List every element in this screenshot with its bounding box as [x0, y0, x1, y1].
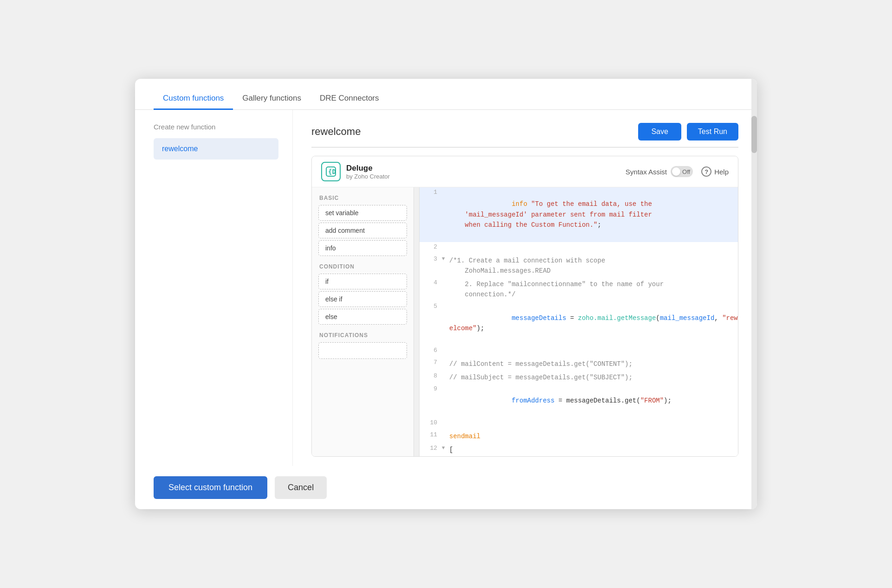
- syntax-assist-label: Syntax Assist: [626, 168, 667, 176]
- line-code-12: [: [449, 443, 738, 456]
- title-divider: [311, 147, 738, 147]
- deluge-logo: {D} Deluge by Zoho Creator: [321, 162, 390, 181]
- line-code-6: [449, 345, 738, 348]
- block-set-variable[interactable]: set variable: [318, 205, 407, 221]
- line-num-11: 11: [420, 430, 442, 440]
- code-line-2: 2: [420, 242, 738, 254]
- line-num-9: 9: [420, 384, 442, 394]
- line-arrow-8: [442, 371, 449, 373]
- syntax-assist-toggle[interactable]: Off: [671, 166, 693, 177]
- line-num-8: 8: [420, 371, 442, 381]
- code-line-11: 11 sendmail: [420, 430, 738, 443]
- line-code-10: [449, 418, 738, 421]
- content-area: rewelcome Save Test Run {D}: [293, 110, 757, 466]
- line-code-3: /*1. Create a mail connection with scope…: [449, 254, 738, 278]
- code-line-1: 1 info "To get the email data, use the '…: [420, 187, 738, 242]
- line-num-6: 6: [420, 345, 442, 355]
- line-code-5: messageDetails = zoho.mail.getMessage(ma…: [449, 301, 738, 346]
- cancel-button[interactable]: Cancel: [275, 476, 327, 499]
- notifications-label: NOTIFICATIONS: [312, 329, 414, 340]
- line-num-10: 10: [420, 418, 442, 428]
- block-info[interactable]: info: [318, 240, 407, 256]
- line-num-2: 2: [420, 242, 442, 252]
- code-area[interactable]: 1 info "To get the email data, use the '…: [420, 187, 738, 456]
- tab-custom-functions[interactable]: Custom functions: [154, 88, 233, 110]
- line-code-9: fromAddress = messageDetails.get("FROM")…: [449, 384, 738, 418]
- footer: Select custom function Cancel: [135, 466, 757, 509]
- line-arrow-3: ▼: [442, 254, 449, 262]
- line-code-4: 2. Replace "mailconnectionname" to the n…: [449, 278, 738, 301]
- scrollbar-thumb[interactable]: [751, 116, 757, 153]
- deluge-name: Deluge: [346, 164, 390, 173]
- toggle-off-label: Off: [682, 168, 690, 175]
- code-line-10: 10: [420, 418, 738, 430]
- help-label: Help: [714, 168, 729, 176]
- line-code-8: // mailSubject = messageDetails.get("SUB…: [449, 371, 738, 384]
- line-arrow-7: [442, 358, 449, 359]
- deluge-text: Deluge by Zoho Creator: [346, 164, 390, 180]
- code-line-12: 12 ▼ [: [420, 443, 738, 456]
- line-num-3: 3: [420, 254, 442, 264]
- line-arrow-5: [442, 301, 449, 303]
- tabs-bar: Custom functions Gallery functions DRE C…: [135, 79, 757, 110]
- editor-topbar: {D} Deluge by Zoho Creator Syntax Assist: [312, 156, 738, 187]
- block-add-comment[interactable]: add comment: [318, 223, 407, 238]
- line-arrow-1: [442, 187, 449, 189]
- syntax-assist: Syntax Assist Off: [626, 166, 693, 177]
- main-body: Create new function rewelcome rewelcome …: [135, 110, 757, 466]
- header-buttons: Save Test Run: [638, 123, 738, 141]
- select-custom-function-button[interactable]: Select custom function: [154, 476, 267, 499]
- line-arrow-4: [442, 278, 449, 280]
- block-notifications-placeholder[interactable]: [318, 342, 407, 359]
- tab-gallery-functions[interactable]: Gallery functions: [233, 88, 310, 110]
- line-arrow-9: [442, 384, 449, 386]
- block-else-if[interactable]: else if: [318, 291, 407, 307]
- modal-container: Custom functions Gallery functions DRE C…: [135, 79, 757, 509]
- editor-gutter: [414, 187, 420, 456]
- help-icon: ?: [701, 166, 711, 177]
- editor-panel: {D} Deluge by Zoho Creator Syntax Assist: [311, 156, 738, 457]
- editor-topbar-right: Syntax Assist Off ? Help: [626, 166, 729, 177]
- line-num-7: 7: [420, 358, 442, 367]
- editor-body: BASIC set variable add comment info COND…: [312, 187, 738, 456]
- line-code-2: [449, 242, 738, 245]
- line-code-1: info "To get the email data, use the 'ma…: [449, 187, 738, 242]
- sidebar-item-rewelcome[interactable]: rewelcome: [154, 138, 278, 160]
- scrollbar-track: [751, 79, 757, 509]
- line-num-4: 4: [420, 278, 442, 288]
- line-num-1: 1: [420, 187, 442, 197]
- code-line-5: 5 messageDetails = zoho.mail.getMessage(…: [420, 301, 738, 346]
- svg-text:{D}: {D}: [328, 168, 336, 175]
- tab-dre-connectors[interactable]: DRE Connectors: [310, 88, 388, 110]
- code-line-3: 3 ▼ /*1. Create a mail connection with s…: [420, 254, 738, 278]
- block-if[interactable]: if: [318, 274, 407, 289]
- code-line-7: 7 // mailContent = messageDetails.get("C…: [420, 358, 738, 371]
- line-arrow-6: [442, 345, 449, 347]
- save-button[interactable]: Save: [638, 123, 681, 141]
- code-sidebar: BASIC set variable add comment info COND…: [312, 187, 414, 456]
- line-arrow-10: [442, 418, 449, 420]
- content-header: rewelcome Save Test Run: [311, 123, 738, 141]
- line-num-12: 12: [420, 443, 442, 453]
- basic-label: BASIC: [312, 192, 414, 203]
- block-else[interactable]: else: [318, 309, 407, 325]
- deluge-icon: {D}: [321, 162, 341, 181]
- code-line-8: 8 // mailSubject = messageDetails.get("S…: [420, 371, 738, 384]
- line-num-5: 5: [420, 301, 442, 311]
- test-run-button[interactable]: Test Run: [687, 123, 738, 141]
- help-button[interactable]: ? Help: [701, 166, 729, 177]
- line-arrow-12: ▼: [442, 443, 449, 451]
- line-code-11: sendmail: [449, 430, 738, 443]
- code-line-6: 6: [420, 345, 738, 358]
- deluge-by: by Zoho Creator: [346, 173, 390, 180]
- function-title: rewelcome: [311, 126, 361, 138]
- line-arrow-11: [442, 430, 449, 432]
- sidebar: Create new function rewelcome: [135, 110, 293, 466]
- toggle-circle: [672, 167, 680, 176]
- code-line-9: 9 fromAddress = messageDetails.get("FROM…: [420, 384, 738, 418]
- line-code-7: // mailContent = messageDetails.get("CON…: [449, 358, 738, 371]
- sidebar-title: Create new function: [154, 123, 278, 131]
- condition-label: CONDITION: [312, 261, 414, 272]
- line-arrow-2: [442, 242, 449, 244]
- code-line-4: 4 2. Replace "mailconnectionname" to the…: [420, 278, 738, 301]
